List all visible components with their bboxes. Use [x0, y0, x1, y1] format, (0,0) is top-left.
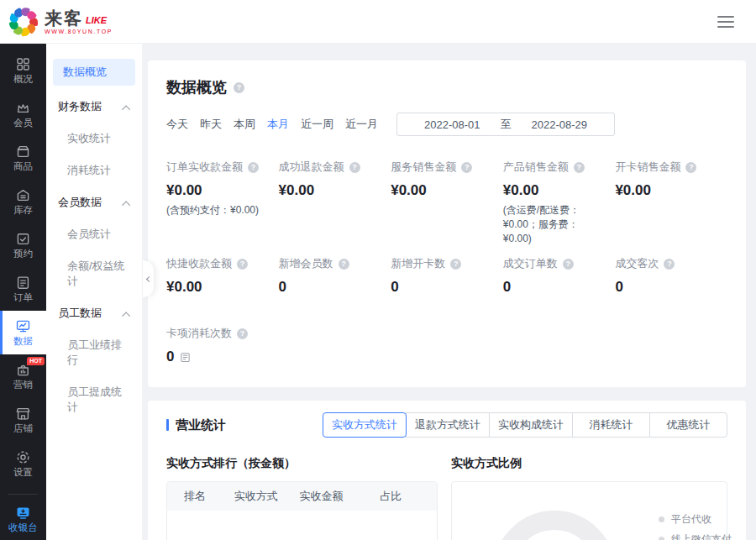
tab-income-composition[interactable]: 实收构成统计	[489, 412, 573, 438]
sidebar-item-booking[interactable]: 预约	[0, 223, 46, 267]
stat-value-text: ¥0.00	[166, 182, 202, 199]
stat-label-row: 新增会员数?	[279, 256, 391, 271]
legend-dot-icon	[659, 537, 664, 540]
menu-item-member-stats[interactable]: 会员统计	[46, 218, 142, 250]
help-icon[interactable]: ?	[349, 162, 360, 173]
stat-value: ¥0.00	[279, 182, 391, 199]
stat-label-row: 成交订单数?	[503, 256, 616, 271]
date-filter-today[interactable]: 今天	[166, 117, 188, 132]
help-icon[interactable]: ?	[237, 328, 248, 339]
settings-icon	[15, 449, 31, 465]
stat-value-text: 0	[503, 279, 511, 296]
sidebar-item-shop[interactable]: 店铺	[0, 398, 46, 442]
stat-value-text: ¥0.00	[279, 182, 315, 199]
sidebar-item-orders[interactable]: 订单	[0, 267, 46, 311]
proportion-chart: 总金额 ¥0.00 平台代收线上微信支付现金其他微信（记账）支付宝（记账）POS…	[451, 481, 727, 540]
ranking-title: 实收方式排行（按金额）	[166, 456, 438, 471]
stats-grid: 订单实收款金额?¥0.00(含预约支付：¥0.00)成功退款金额?¥0.00服务…	[166, 160, 727, 365]
sidebar-item-label: 预约	[13, 249, 33, 260]
help-icon[interactable]: ?	[339, 259, 349, 270]
records-icon[interactable]	[180, 352, 191, 363]
donut-center: 总金额 ¥0.00	[493, 511, 616, 540]
stat-label-row: 新增开卡数?	[391, 256, 503, 271]
sidebar-item-data[interactable]: 数据	[0, 311, 46, 354]
help-icon[interactable]: ?	[450, 259, 461, 270]
date-range-end[interactable]: 2022-08-29	[532, 118, 588, 131]
stat-card-consume-times: 卡项消耗次数?0	[166, 326, 279, 365]
sidebar-collapse-handle[interactable]	[143, 260, 154, 297]
stat-label: 新增会员数	[279, 256, 333, 271]
help-icon[interactable]: ?	[234, 82, 244, 93]
stat-label: 成交订单数	[503, 256, 558, 271]
sidebar-item-members[interactable]: 会员	[0, 92, 46, 136]
tab-consumption[interactable]: 消耗统计	[572, 412, 650, 438]
legend-label: 线上微信支付	[671, 532, 732, 540]
help-icon[interactable]: ?	[563, 259, 574, 270]
help-icon[interactable]: ?	[574, 162, 585, 173]
stat-label: 成交客次	[615, 256, 659, 271]
date-range-picker[interactable]: 2022-08-01 至 2022-08-29	[396, 113, 615, 136]
menu-item-balance-rights-stats[interactable]: 余额/权益统计	[46, 250, 142, 297]
stat-new-cards: 新增开卡数?0	[391, 256, 503, 296]
date-filter-last-30-days[interactable]: 近一月	[345, 117, 378, 132]
menu-item-income-stats[interactable]: 实收统计	[46, 123, 142, 155]
date-filter-this-month[interactable]: 本月	[267, 117, 289, 132]
column-header: 实收方式	[234, 489, 300, 504]
sidebar-item-label: 设置	[13, 468, 33, 478]
menu-item-staff-ranking[interactable]: 员工业绩排行	[46, 329, 142, 376]
tab-refund-method[interactable]: 退款方式统计	[406, 412, 490, 438]
tab-income-method[interactable]: 实收方式统计	[323, 412, 407, 438]
stat-label-row: 服务销售金额?	[391, 160, 503, 175]
stat-label: 成功退款金额	[279, 160, 344, 175]
stat-label: 服务销售金额	[391, 160, 456, 175]
booking-icon	[15, 231, 31, 247]
sidebar-item-label: 会员	[13, 118, 33, 128]
logo-like: LIKE	[86, 15, 107, 26]
shop-icon	[15, 406, 31, 422]
legend-item[interactable]: 平台代收	[659, 512, 743, 527]
menu-group-finance-data[interactable]: 财务数据	[46, 91, 142, 123]
sidebar-item-products[interactable]: 商品	[0, 136, 46, 180]
menu-group-member-data[interactable]: 会员数据	[46, 186, 142, 218]
stat-service-sales: 服务销售金额?¥0.00	[391, 160, 503, 246]
sidebar-item-marketing[interactable]: HOT营销	[0, 354, 46, 398]
stat-label-row: 成功退款金额?	[279, 160, 391, 175]
sidebar-item-inventory[interactable]: 库存	[0, 180, 46, 223]
help-icon[interactable]: ?	[685, 162, 696, 173]
sidebar-item-overview[interactable]: 概况	[0, 49, 46, 92]
stat-new-members: 新增会员数?0	[279, 256, 391, 296]
tab-discount[interactable]: 优惠统计	[649, 412, 727, 438]
data-icon	[15, 318, 31, 334]
date-filter-group: 今天昨天本周本月近一周近一月	[166, 117, 390, 132]
sidebar-item-settings[interactable]: 设置	[0, 442, 46, 485]
menu-group-staff-data[interactable]: 员工数据	[46, 297, 142, 329]
menu-toggle-icon[interactable]	[714, 13, 738, 31]
help-icon[interactable]: ?	[461, 162, 472, 173]
menu-group-label: 财务数据	[58, 99, 102, 114]
help-icon[interactable]: ?	[248, 162, 259, 173]
sidebar-item-cashier[interactable]: 收银台	[0, 498, 46, 540]
help-icon[interactable]: ?	[237, 259, 248, 270]
hot-badge: HOT	[27, 357, 45, 365]
date-filter-yesterday[interactable]: 昨天	[200, 117, 222, 132]
app-logo: 来客 LIKE WWW.80YUN.TOP	[8, 7, 113, 37]
help-icon[interactable]: ?	[664, 259, 675, 270]
column-header: 实收金额	[300, 489, 381, 504]
stat-quick-income: 快捷收款金额?¥0.00	[166, 256, 279, 296]
menu-item-staff-commission[interactable]: 员工提成统计	[46, 376, 142, 423]
secondary-sidebar: 数据概览财务数据实收统计消耗统计会员数据会员统计余额/权益统计员工数据员工业绩排…	[46, 44, 143, 540]
date-filter-last-7-days[interactable]: 近一周	[301, 117, 333, 132]
date-range-start[interactable]: 2022-08-01	[424, 118, 480, 131]
date-filter-this-week[interactable]: 本周	[234, 117, 255, 132]
logo-cn: 来客	[45, 9, 83, 27]
stat-label: 快捷收款金额	[166, 256, 232, 271]
sidebar-item-label: 店铺	[13, 424, 33, 434]
legend-item[interactable]: 线上微信支付	[659, 532, 743, 540]
stat-value-text: 0	[391, 279, 398, 296]
stat-product-sales: 产品销售金额?¥0.00(含运费/配送费：¥0.00；服务费：¥0.00)	[503, 160, 616, 246]
stat-label-row: 开卡销售金额?	[615, 160, 727, 175]
section-title: 营业统计	[176, 417, 226, 433]
menu-item-consumption-stats[interactable]: 消耗统计	[46, 155, 142, 186]
menu-item-data-overview[interactable]: 数据概览	[53, 59, 135, 86]
chevron-up-icon	[122, 105, 130, 113]
